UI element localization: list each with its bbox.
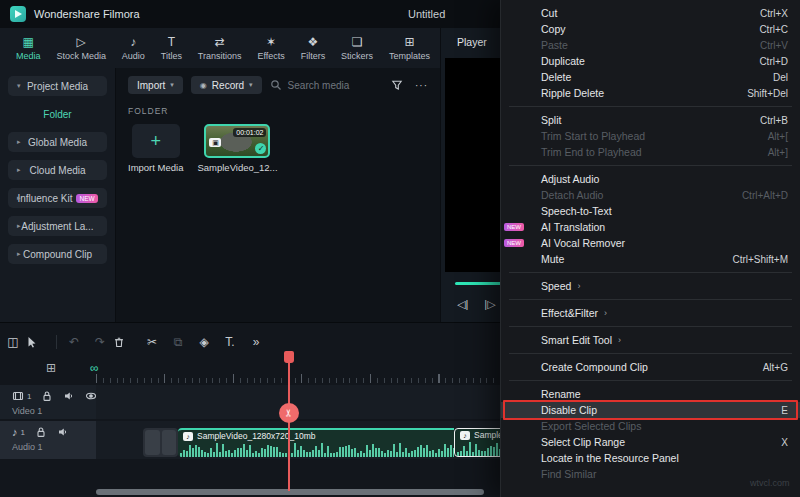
- shortcut-label: Ctrl+Alt+D: [742, 190, 788, 201]
- menu-item-copy[interactable]: Copy Ctrl+C: [501, 21, 800, 37]
- tab-templates[interactable]: ⊞ Templates: [389, 36, 430, 61]
- select-tool-icon[interactable]: [26, 336, 52, 348]
- filmora-window: Wondershare Filmora Untitled ▦ Media ▷ S…: [0, 0, 800, 497]
- record-button[interactable]: ◉ Record ▾: [191, 76, 262, 94]
- menu-item-ripple-delete[interactable]: Ripple Delete Shift+Del: [501, 85, 800, 101]
- menu-item-detach-audio[interactable]: Detach Audio Ctrl+Alt+D: [501, 187, 800, 203]
- undo-icon[interactable]: ↶: [61, 335, 87, 349]
- import-button[interactable]: Import ▾: [128, 76, 183, 94]
- menu-item[interactable]: [501, 101, 800, 112]
- sidebar-item-global-media[interactable]: ▸ Global Media: [8, 132, 107, 152]
- expander-arrow-icon: ▸: [17, 222, 21, 230]
- tab-stickers[interactable]: ❏ Stickers: [341, 36, 373, 61]
- tab-audio[interactable]: ♪ Audio: [122, 36, 145, 61]
- sidebar-item-cloud-media[interactable]: ▸ Cloud Media: [8, 160, 107, 180]
- menu-item-locate-in-the-resource-panel[interactable]: Locate in the Resource Panel: [501, 450, 800, 466]
- shortcut-label: Alt+G: [763, 362, 788, 373]
- menu-item[interactable]: [501, 294, 800, 305]
- layout-grid-icon[interactable]: ◫: [0, 335, 26, 349]
- audio-track-header: ♪ 1 Audio 1: [0, 421, 96, 459]
- menu-item[interactable]: [501, 267, 800, 278]
- hide-track-icon[interactable]: [85, 390, 97, 402]
- menu-item[interactable]: [501, 321, 800, 332]
- menu-item[interactable]: [501, 160, 800, 171]
- tab-effects[interactable]: ✶ Effects: [257, 36, 284, 61]
- new-badge: NEW: [504, 223, 524, 231]
- menu-item-smart-edit-tool[interactable]: Smart Edit Tool ›: [501, 332, 800, 348]
- text-tool-icon[interactable]: T.: [217, 335, 243, 349]
- tab-transitions[interactable]: ⇄ Transitions: [198, 36, 242, 61]
- add-to-timeline-icon[interactable]: ⊞: [46, 361, 56, 375]
- asset-tab-strip: ▦ Media ▷ Stock Media ♪ Audio T Titles ⇄…: [0, 28, 440, 68]
- sidebar-item-project-media[interactable]: ▾ Project Media: [8, 76, 107, 96]
- expander-arrow-icon: ▸: [17, 194, 21, 202]
- track-label: Audio 1: [12, 442, 96, 452]
- media-sidebar: ▾ Project Media Folder ▸ Global Media ▸ …: [0, 68, 115, 322]
- play-button[interactable]: |▷: [484, 298, 495, 311]
- sidebar-item-influence-kit[interactable]: ▸ Influence Kit NEW: [8, 188, 107, 208]
- submenu-arrow-icon: ›: [604, 308, 607, 318]
- menu-item-select-clip-range[interactable]: Select Clip Range X: [501, 434, 800, 450]
- tab-filters[interactable]: ❖ Filters: [301, 36, 326, 61]
- playhead-handle[interactable]: [284, 351, 294, 363]
- toolbar-divider: [56, 335, 57, 349]
- filmora-logo-icon: [10, 6, 26, 22]
- timeline-clip[interactable]: ♪ SampleVideo_1280x720_10mb: [178, 428, 454, 457]
- menu-item-rename[interactable]: Rename: [501, 386, 800, 402]
- trimmed-clip-ghost: [143, 428, 178, 457]
- tab-icon: ▦: [23, 36, 34, 49]
- lock-icon[interactable]: [35, 426, 47, 438]
- mute-track-icon[interactable]: [57, 426, 69, 438]
- sidebar-item-adjustment-layer[interactable]: ▸ Adjustment La...: [8, 216, 107, 236]
- plus-icon: +: [150, 131, 161, 152]
- keyframe-icon[interactable]: ◈: [191, 335, 217, 349]
- menu-item-paste[interactable]: Paste Ctrl+V: [501, 37, 800, 53]
- menu-item-delete[interactable]: Delete Del: [501, 69, 800, 85]
- crop-icon[interactable]: ⧉: [165, 335, 191, 349]
- sidebar-item-folder[interactable]: Folder: [8, 104, 107, 124]
- previous-frame-button[interactable]: ◁|: [457, 298, 468, 311]
- menu-item-trim-end-to-playhead[interactable]: Trim End to Playhead Alt+]: [501, 144, 800, 160]
- tab-player[interactable]: Player: [457, 36, 487, 48]
- watermark: wtvcl.com: [750, 478, 790, 488]
- music-note-icon: ♪: [183, 432, 193, 441]
- menu-item-ai-vocal-remover[interactable]: NEW AI Vocal Remover: [501, 235, 800, 251]
- chevron-down-icon: ▾: [249, 81, 253, 89]
- tab-media[interactable]: ▦ Media: [16, 36, 41, 61]
- import-media-tile[interactable]: + Import Media: [128, 124, 183, 173]
- menu-item-create-compound-clip[interactable]: Create Compound Clip Alt+G: [501, 359, 800, 375]
- menu-item-speed[interactable]: Speed ›: [501, 278, 800, 294]
- menu-item[interactable]: [501, 375, 800, 386]
- lock-icon[interactable]: [41, 390, 53, 402]
- menu-item[interactable]: [501, 348, 800, 359]
- mute-track-icon[interactable]: [63, 390, 75, 402]
- tab-stock-media[interactable]: ▷ Stock Media: [56, 36, 106, 61]
- tab-icon: ▷: [77, 36, 86, 49]
- playhead-scissors-button[interactable]: ✂: [279, 403, 299, 423]
- menu-item-mute[interactable]: Mute Ctrl+Shift+M: [501, 251, 800, 267]
- tab-titles[interactable]: T Titles: [161, 36, 182, 61]
- filter-icon[interactable]: [391, 79, 403, 91]
- menu-item-speech-to-text[interactable]: Speech-to-Text: [501, 203, 800, 219]
- menu-item-duplicate[interactable]: Duplicate Ctrl+D: [501, 53, 800, 69]
- shortcut-label: Ctrl+C: [759, 24, 788, 35]
- search-input[interactable]: Search media: [270, 79, 383, 91]
- new-badge: NEW: [76, 194, 97, 203]
- media-clip-tile[interactable]: 00:01:02 ▣ ✓ SampleVideo_12...: [197, 124, 277, 173]
- split-scissors-icon[interactable]: ✂: [139, 335, 165, 349]
- menu-item-disable-clip[interactable]: Disable Clip E: [501, 402, 800, 418]
- menu-item-export-selected-clips[interactable]: Export Selected Clips: [501, 418, 800, 434]
- delete-icon[interactable]: [113, 336, 139, 348]
- sidebar-item-compound-clip[interactable]: ▸ Compound Clip: [8, 244, 107, 264]
- menu-item-adjust-audio[interactable]: Adjust Audio: [501, 171, 800, 187]
- timeline-scrollbar[interactable]: [96, 489, 484, 495]
- expander-arrow-icon: ▸: [17, 250, 21, 258]
- more-options-icon[interactable]: ···: [415, 80, 428, 91]
- menu-item-trim-start-to-playhead[interactable]: Trim Start to Playhead Alt+[: [501, 128, 800, 144]
- menu-item-split[interactable]: Split Ctrl+B: [501, 112, 800, 128]
- menu-item-cut[interactable]: Cut Ctrl+X: [501, 5, 800, 21]
- menu-item-ai-translation[interactable]: NEW AI Translation: [501, 219, 800, 235]
- redo-icon[interactable]: ↷: [87, 335, 113, 349]
- menu-item-effect-filter[interactable]: Effect&Filter ›: [501, 305, 800, 321]
- more-tools-icon[interactable]: »: [243, 335, 269, 349]
